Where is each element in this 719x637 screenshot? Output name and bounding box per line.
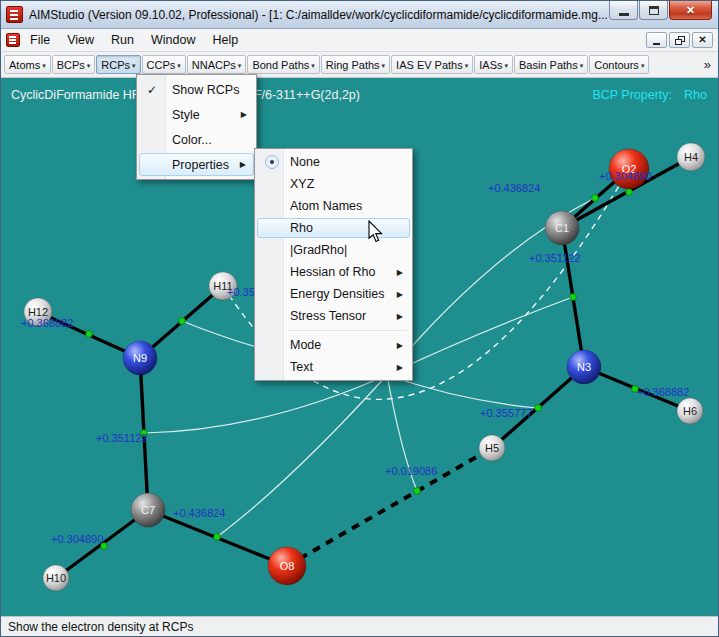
toolbar-button-label: Ring Paths: [326, 59, 380, 71]
menu-item-xyz[interactable]: XYZ: [257, 173, 410, 195]
dropdown-arrow-icon: ▾: [465, 62, 469, 70]
child-close-button[interactable]: ✕: [692, 32, 713, 48]
menu-item-label: Mode: [290, 338, 321, 352]
toolbar-button-nnacps[interactable]: NNACPs▾: [187, 55, 247, 74]
toolbar-button-atoms[interactable]: Atoms▾: [4, 55, 51, 74]
menu-item-label: Properties: [172, 158, 229, 172]
menubar-item-view[interactable]: View: [59, 30, 102, 50]
submenu-arrow-icon: ▶: [240, 160, 246, 169]
toolbar-button-label: CCPs: [147, 59, 176, 71]
radio-selected-icon: [265, 155, 279, 169]
menu-item-gradrho[interactable]: |GradRho|: [257, 239, 410, 261]
menu-item-show-rcps[interactable]: ✓Show RCPs: [139, 77, 254, 102]
titlebar[interactable]: AIMStudio (Version 09.10.02, Professiona…: [1, 1, 718, 29]
menu-item-label: None: [290, 155, 320, 169]
menu-item-rho[interactable]: Rho: [257, 218, 410, 238]
toolbar-button-label: BCPs: [57, 59, 85, 71]
dropdown-arrow-icon: ▾: [238, 62, 242, 70]
child-restore-button[interactable]: [669, 32, 690, 48]
minimize-icon: [619, 13, 629, 16]
toolbar-button-bcps[interactable]: BCPs▾: [52, 55, 96, 74]
submenu-arrow-icon: ▶: [397, 363, 403, 372]
window-controls: ✕: [608, 1, 712, 20]
toolbar-button-label: Bond Paths: [252, 59, 309, 71]
child-close-icon: ✕: [698, 35, 706, 45]
dropdown-arrow-icon: ▾: [87, 62, 91, 70]
toolbar-button-label: IASs: [479, 59, 502, 71]
toolbar-button-basin-paths[interactable]: Basin Paths▾: [514, 55, 588, 74]
statusbar: Show the electron density at RCPs: [1, 616, 718, 636]
menu-item-atom-names[interactable]: Atom Names: [257, 195, 410, 217]
app-icon: [6, 6, 23, 23]
toolbar-button-ccps[interactable]: CCPs▾: [142, 55, 186, 74]
properties-submenu: NoneXYZAtom NamesRho|GradRho|Hessian of …: [254, 148, 413, 381]
submenu-arrow-icon: ▶: [397, 341, 403, 350]
menu-item-label: Energy Densities: [290, 287, 385, 301]
bcp-property-caption: BCP Property:: [592, 88, 672, 102]
menu-item-label: Color...: [172, 133, 212, 147]
menubar-item-window[interactable]: Window: [143, 30, 203, 50]
toolbar-button-label: Atoms: [9, 59, 40, 71]
menu-item-style[interactable]: Style▶: [139, 102, 254, 127]
menu-item-color[interactable]: Color...: [139, 127, 254, 152]
menu-item-mode[interactable]: Mode▶: [257, 334, 410, 356]
menu-item-energy-densities[interactable]: Energy Densities▶: [257, 283, 410, 305]
toolbar-button-iass[interactable]: IASs▾: [474, 55, 513, 74]
menu-item-label: Hessian of Rho: [290, 265, 375, 279]
toolbar-buttons: Atoms▾BCPs▾RCPs▾CCPs▾NNACPs▾Bond Paths▾R…: [4, 55, 649, 74]
submenu-arrow-icon: ▶: [241, 110, 247, 119]
menu-item-label: Stress Tensor: [290, 309, 366, 323]
menu-separator: [288, 330, 407, 331]
toolbar-button-bond-paths[interactable]: Bond Paths▾: [247, 55, 319, 74]
toolbar-button-label: Contours: [594, 59, 639, 71]
toolbar-button-rcps[interactable]: RCPs▾: [96, 55, 140, 74]
bcp-property-indicator: BCP Property:Rho: [592, 88, 707, 102]
toolbar-button-ring-paths[interactable]: Ring Paths▾: [321, 55, 390, 74]
toolbar-button-label: IAS EV Paths: [396, 59, 463, 71]
menu-item-none[interactable]: None: [257, 151, 410, 173]
menu-item-label: Style: [172, 108, 200, 122]
maximize-icon: [649, 6, 659, 15]
menubar-item-run[interactable]: Run: [103, 30, 142, 50]
menu-item-label: Show RCPs: [172, 83, 239, 97]
toolbar-button-label: NNACPs: [192, 59, 236, 71]
toolbar-button-label: RCPs: [101, 59, 130, 71]
mouse-cursor-icon: [368, 220, 386, 246]
menubar-item-file[interactable]: File: [22, 30, 58, 50]
menu-item-text[interactable]: Text▶: [257, 356, 410, 378]
dropdown-arrow-icon: ▾: [641, 62, 645, 70]
maximize-button[interactable]: [639, 1, 668, 20]
toolbar-button-contours[interactable]: Contours▾: [589, 55, 649, 74]
toolbar-overflow-button[interactable]: »: [700, 57, 715, 72]
child-minimize-icon: [653, 43, 660, 45]
close-button[interactable]: ✕: [669, 1, 712, 20]
dropdown-arrow-icon: ▾: [177, 62, 181, 70]
menu-item-label: Atom Names: [290, 199, 362, 213]
menu-item-label: Text: [290, 360, 313, 374]
aimstudio-window: AIMStudio (Version 09.10.02, Professiona…: [0, 0, 719, 637]
submenu-arrow-icon: ▶: [397, 312, 403, 321]
dropdown-arrow-icon: ▾: [311, 62, 315, 70]
dropdown-arrow-icon: ▾: [42, 62, 46, 70]
menubar: FileViewRunWindowHelp ✕: [1, 29, 718, 52]
menu-item-label: XYZ: [290, 177, 314, 191]
menubar-item-help[interactable]: Help: [204, 30, 246, 50]
toolbar-button-label: Basin Paths: [519, 59, 578, 71]
dropdown-arrow-icon: ▾: [132, 62, 136, 70]
menubar-items: FileViewRunWindowHelp: [22, 30, 246, 50]
menu-item-stress-tensor[interactable]: Stress Tensor▶: [257, 305, 410, 327]
document-icon: [6, 33, 20, 47]
toolbar-button-ias-ev-paths[interactable]: IAS EV Paths▾: [391, 55, 473, 74]
menu-item-properties[interactable]: Properties▶: [139, 153, 254, 176]
minimize-button[interactable]: [609, 1, 638, 20]
menu-item-label: Rho: [290, 221, 313, 235]
submenu-arrow-icon: ▶: [397, 290, 403, 299]
child-minimize-button[interactable]: [646, 32, 667, 48]
dropdown-arrow-icon: ▾: [505, 62, 509, 70]
toolbar: Atoms▾BCPs▾RCPs▾CCPs▾NNACPs▾Bond Paths▾R…: [1, 52, 718, 78]
menu-item-hessian-of-rho[interactable]: Hessian of Rho▶: [257, 261, 410, 283]
status-text: Show the electron density at RCPs: [8, 620, 193, 634]
bcp-property-value: Rho: [684, 88, 707, 102]
close-icon: ✕: [686, 5, 695, 16]
child-restore-icon: [675, 36, 685, 45]
